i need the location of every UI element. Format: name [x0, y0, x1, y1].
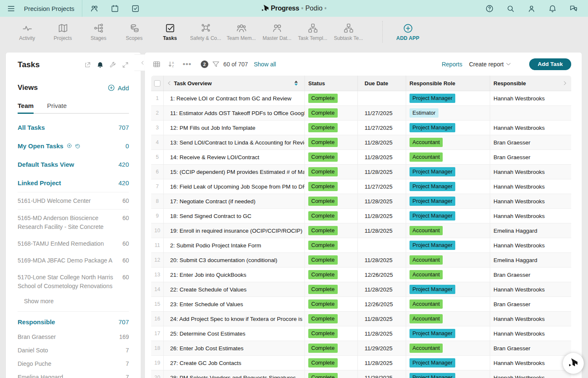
app-tab-stages[interactable]: Stages [81, 23, 116, 41]
task-title-cell[interactable]: 24: Add Project Spec to know if Textera … [164, 312, 305, 326]
app-tab-safety-co[interactable]: Safety & Co... [188, 23, 223, 41]
linked-project-item[interactable]: 5169-MDA JBFAC Demo Package A 60 [18, 252, 129, 269]
chat-icon[interactable] [569, 4, 578, 13]
due-date-cell[interactable]: 11/29/2025 [358, 341, 406, 355]
role-cell[interactable]: Project Manager [406, 165, 490, 179]
linked-project-item[interactable]: 5170-Lone Star College North Harris Scho… [18, 269, 129, 294]
tab-private[interactable]: Private [47, 102, 67, 113]
task-title-cell[interactable]: 19: Enroll in required insurance (OCIP/C… [164, 223, 305, 238]
sort-toggle-icon[interactable] [294, 81, 298, 86]
status-cell[interactable]: Complete [305, 297, 358, 311]
responsible-cell[interactable]: Emelina Haggard [490, 223, 571, 238]
responsible-cell[interactable]: Hannah Westbrooks [490, 194, 571, 208]
linked-project-item[interactable]: 5165-MD Anderson Bioscience Research Fac… [18, 210, 129, 235]
more-options-icon[interactable]: ••• [183, 62, 192, 66]
task-title-cell[interactable]: 16: Field Leak of Upcoming Job Scope fro… [164, 179, 305, 194]
role-cell[interactable]: Project Manager [406, 356, 490, 370]
task-title-cell[interactable]: 23: Enter Schedule of Values [164, 297, 305, 311]
responsible-cell[interactable]: Hannah Westbrooks [490, 91, 571, 105]
show-more-link[interactable]: Show more [24, 298, 129, 304]
task-title-cell[interactable]: 18: Send Signed Contract to GC [164, 209, 305, 223]
due-date-cell[interactable]: 12/26/2025 [358, 297, 406, 311]
status-cell[interactable]: Complete [305, 223, 358, 238]
task-title-cell[interactable]: 20: Submit C3 documentation (conditional… [164, 253, 305, 267]
table-row[interactable]: 11 2: Submit Podio Project Intake Form C… [151, 238, 571, 253]
task-title-cell[interactable]: 25: Determine Cost Estimates [164, 326, 305, 341]
hamburger-menu-icon[interactable] [7, 4, 16, 13]
expand-icon[interactable] [122, 61, 129, 68]
table-row[interactable]: 13 21: Enter Job into QuickBooks Complet… [151, 268, 571, 282]
add-app-button[interactable]: ADD APP [388, 23, 428, 41]
status-cell[interactable]: Complete [305, 312, 358, 326]
role-cell[interactable]: Project Manager [406, 121, 490, 135]
role-cell[interactable]: Project Manager [406, 179, 490, 194]
due-date-cell[interactable]: 11/27/2025 [358, 106, 406, 120]
reports-link[interactable]: Reports [442, 61, 462, 68]
wrench-settings-icon[interactable] [109, 61, 116, 68]
sidebar-view-default-tasks-view[interactable]: Default Tasks View 420 [18, 155, 129, 173]
tasks-check-icon[interactable] [131, 4, 140, 13]
responsible-person-item[interactable]: Emelina Haggard 7 [18, 370, 129, 378]
status-cell[interactable]: Complete [305, 121, 358, 135]
app-tab-activity[interactable]: Activity [9, 23, 45, 41]
status-cell[interactable]: Complete [305, 179, 358, 194]
table-row[interactable]: 15 23: Enter Schedule of Values Complete… [151, 297, 571, 312]
table-row[interactable]: 5 14: Receive & Review LOI/Contract Comp… [151, 150, 571, 165]
table-row[interactable]: 7 16: Field Leak of Upcoming Job Scope f… [151, 179, 571, 194]
status-cell[interactable]: Complete [305, 165, 358, 179]
contacts-icon[interactable] [90, 4, 99, 13]
column-header-status[interactable]: Status [305, 76, 358, 91]
responsible-cell[interactable]: Hannah Westbrooks [490, 282, 571, 297]
responsible-person-item[interactable]: Bran Graesser 169 [18, 330, 129, 344]
role-cell[interactable]: Accountant [406, 312, 490, 326]
due-date-cell[interactable]: 11/28/2025 [358, 370, 406, 378]
status-cell[interactable]: Complete [305, 194, 358, 208]
responsible-cell[interactable]: Hannah Westbrooks [490, 326, 571, 341]
due-date-cell[interactable]: 11/28/2025 [358, 253, 406, 267]
add-task-button[interactable]: Add Task [529, 58, 571, 70]
column-header-responsible-role[interactable]: Responsible Role [406, 76, 490, 91]
sidebar-view-all-tasks[interactable]: All Tasks 707 [18, 118, 129, 136]
role-cell[interactable]: Accountant [406, 150, 490, 164]
responsible-cell[interactable]: Hannah Westbrooks [490, 209, 571, 223]
subscribe-bell-icon[interactable] [97, 61, 104, 68]
task-title-cell[interactable]: 27: Create GC Job Contacts [164, 356, 305, 370]
responsible-cell[interactable]: Hannah Westbrooks [490, 121, 571, 135]
add-view-button[interactable]: Add [108, 84, 129, 92]
status-cell[interactable]: Complete [305, 150, 358, 164]
responsible-cell[interactable] [490, 106, 571, 120]
table-row[interactable]: 14 22: Create Schedule of Values Complet… [151, 282, 571, 297]
create-report-dropdown[interactable]: Create report [469, 61, 512, 68]
due-date-cell[interactable]: 12/26/2025 [358, 268, 406, 282]
responsible-cell[interactable]: Bran Graesser [490, 297, 571, 311]
task-title-cell[interactable]: 1: Receive LOI or Contract from GC and R… [164, 91, 305, 105]
responsible-cell[interactable]: Bran Graesser [490, 135, 571, 150]
status-cell[interactable]: Complete [305, 135, 358, 150]
role-cell[interactable]: Accountant [406, 135, 490, 150]
user-account-icon[interactable] [527, 4, 536, 13]
app-tab-subtask-te[interactable]: Subtask Te... [331, 23, 366, 41]
sidebar-view-responsible[interactable]: Responsible 707 [18, 313, 129, 330]
table-row[interactable]: 20 28: PM Selects Vendors and Requests S… [151, 370, 571, 378]
share-icon[interactable] [84, 61, 91, 68]
due-date-cell[interactable]: 11/27/2025 [358, 179, 406, 194]
due-date-cell[interactable]: 11/28/2025 [358, 356, 406, 370]
task-title-cell[interactable]: 17: Negotiate Contract (if needed) [164, 194, 305, 208]
scroll-columns-right-icon[interactable] [562, 80, 568, 86]
task-title-cell[interactable]: 26: Enter Job Cost Estimates [164, 341, 305, 355]
column-header-task-overview[interactable]: Task Overview [164, 76, 305, 91]
show-all-link[interactable]: Show all [254, 61, 276, 68]
table-row[interactable]: 18 26: Enter Job Cost Estimates Complete… [151, 341, 571, 356]
task-title-cell[interactable]: 2: Submit Podio Project Intake Form [164, 238, 305, 252]
scroll-columns-left-icon[interactable] [166, 80, 172, 86]
due-date-cell[interactable]: 11/28/2025 [358, 282, 406, 297]
linked-project-item[interactable]: 5168-TAMU EnMed Remediation 60 [18, 235, 129, 252]
responsible-cell[interactable]: Hannah Westbrooks [490, 312, 571, 326]
responsible-cell[interactable]: Hannah Westbrooks [490, 179, 571, 194]
app-tab-task-templ[interactable]: Task Templ... [295, 23, 331, 41]
role-cell[interactable]: Accountant [406, 253, 490, 267]
due-date-cell[interactable]: 11/28/2025 [358, 312, 406, 326]
tab-team[interactable]: Team [18, 102, 34, 113]
responsible-cell[interactable]: Hannah Westbrooks [490, 370, 571, 378]
role-cell[interactable]: Accountant [406, 297, 490, 311]
